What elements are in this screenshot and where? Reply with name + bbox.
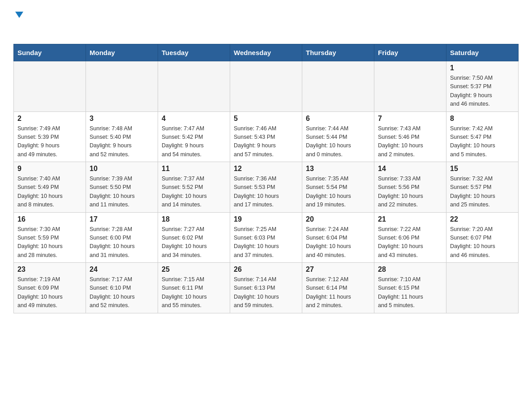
weekday-header-saturday: Saturday [446, 44, 519, 61]
day-info: Sunrise: 7:39 AMSunset: 5:50 PMDaylight:… [90, 175, 154, 210]
calendar-week-row: 2Sunrise: 7:49 AMSunset: 5:39 PMDaylight… [14, 111, 519, 162]
weekday-header-sunday: Sunday [14, 44, 86, 61]
day-number: 3 [90, 115, 154, 123]
day-info: Sunrise: 7:15 AMSunset: 6:11 PMDaylight:… [162, 275, 226, 310]
day-number: 5 [234, 115, 298, 123]
calendar-week-row: 1Sunrise: 7:50 AMSunset: 5:37 PMDaylight… [14, 61, 519, 112]
calendar-week-row: 23Sunrise: 7:19 AMSunset: 6:09 PMDayligh… [14, 263, 519, 313]
day-info: Sunrise: 7:42 AMSunset: 5:47 PMDaylight:… [450, 124, 515, 159]
calendar-cell: 24Sunrise: 7:17 AMSunset: 6:10 PMDayligh… [86, 263, 158, 313]
calendar-cell: 3Sunrise: 7:48 AMSunset: 5:40 PMDaylight… [86, 111, 158, 162]
day-info: Sunrise: 7:24 AMSunset: 6:04 PMDaylight:… [306, 225, 370, 260]
calendar-cell: 19Sunrise: 7:25 AMSunset: 6:03 PMDayligh… [230, 212, 302, 263]
day-number: 27 [306, 265, 370, 274]
calendar-cell: 17Sunrise: 7:28 AMSunset: 6:00 PMDayligh… [86, 212, 158, 263]
logo [13, 9, 24, 35]
page-header [13, 9, 519, 35]
calendar-cell: 6Sunrise: 7:44 AMSunset: 5:44 PMDaylight… [302, 111, 374, 162]
calendar-cell: 25Sunrise: 7:15 AMSunset: 6:11 PMDayligh… [158, 263, 230, 313]
day-number: 18 [162, 215, 226, 223]
day-info: Sunrise: 7:37 AMSunset: 5:52 PMDaylight:… [162, 175, 226, 210]
calendar-cell: 2Sunrise: 7:49 AMSunset: 5:39 PMDaylight… [14, 111, 86, 162]
day-number: 17 [90, 215, 154, 223]
calendar-cell: 18Sunrise: 7:27 AMSunset: 6:02 PMDayligh… [158, 212, 230, 263]
day-info: Sunrise: 7:47 AMSunset: 5:42 PMDaylight:… [162, 124, 226, 159]
day-number: 15 [450, 165, 515, 173]
weekday-header-wednesday: Wednesday [230, 44, 302, 61]
logo-arrow-icon [14, 10, 24, 20]
day-number: 24 [90, 265, 154, 274]
weekday-header-monday: Monday [86, 44, 158, 61]
day-number: 9 [17, 165, 82, 173]
calendar-cell: 7Sunrise: 7:43 AMSunset: 5:46 PMDaylight… [374, 111, 446, 162]
day-info: Sunrise: 7:28 AMSunset: 6:00 PMDaylight:… [90, 225, 154, 260]
day-info: Sunrise: 7:27 AMSunset: 6:02 PMDaylight:… [162, 225, 226, 260]
calendar-cell: 8Sunrise: 7:42 AMSunset: 5:47 PMDaylight… [446, 111, 519, 162]
calendar-cell: 28Sunrise: 7:10 AMSunset: 6:15 PMDayligh… [374, 263, 446, 313]
day-info: Sunrise: 7:46 AMSunset: 5:43 PMDaylight:… [234, 124, 298, 159]
day-number: 14 [378, 165, 442, 173]
day-number: 22 [450, 215, 515, 223]
calendar-cell: 16Sunrise: 7:30 AMSunset: 5:59 PMDayligh… [14, 212, 86, 263]
calendar-cell [230, 61, 302, 112]
calendar-cell [86, 61, 158, 112]
calendar-cell: 23Sunrise: 7:19 AMSunset: 6:09 PMDayligh… [14, 263, 86, 313]
calendar-table: SundayMondayTuesdayWednesdayThursdayFrid… [13, 44, 519, 313]
day-number: 26 [234, 265, 298, 274]
calendar-cell [446, 263, 519, 313]
calendar-cell: 14Sunrise: 7:33 AMSunset: 5:56 PMDayligh… [374, 162, 446, 213]
calendar-cell: 22Sunrise: 7:20 AMSunset: 6:07 PMDayligh… [446, 212, 519, 263]
calendar-cell: 21Sunrise: 7:22 AMSunset: 6:06 PMDayligh… [374, 212, 446, 263]
day-info: Sunrise: 7:12 AMSunset: 6:14 PMDaylight:… [306, 275, 370, 310]
calendar-cell: 11Sunrise: 7:37 AMSunset: 5:52 PMDayligh… [158, 162, 230, 213]
day-info: Sunrise: 7:48 AMSunset: 5:40 PMDaylight:… [90, 124, 154, 159]
calendar-cell: 12Sunrise: 7:36 AMSunset: 5:53 PMDayligh… [230, 162, 302, 213]
day-info: Sunrise: 7:25 AMSunset: 6:03 PMDaylight:… [234, 225, 298, 260]
day-number: 10 [90, 165, 154, 173]
day-number: 2 [17, 115, 82, 123]
calendar-cell: 9Sunrise: 7:40 AMSunset: 5:49 PMDaylight… [14, 162, 86, 213]
day-info: Sunrise: 7:36 AMSunset: 5:53 PMDaylight:… [234, 175, 298, 210]
day-info: Sunrise: 7:14 AMSunset: 6:13 PMDaylight:… [234, 275, 298, 310]
day-info: Sunrise: 7:10 AMSunset: 6:15 PMDaylight:… [378, 275, 442, 310]
day-info: Sunrise: 7:22 AMSunset: 6:06 PMDaylight:… [378, 225, 442, 260]
day-number: 23 [17, 265, 82, 274]
day-number: 28 [378, 265, 442, 274]
calendar-cell: 13Sunrise: 7:35 AMSunset: 5:54 PMDayligh… [302, 162, 374, 213]
day-info: Sunrise: 7:43 AMSunset: 5:46 PMDaylight:… [378, 124, 442, 159]
day-info: Sunrise: 7:40 AMSunset: 5:49 PMDaylight:… [17, 175, 82, 210]
calendar-cell [14, 61, 86, 112]
day-number: 8 [450, 115, 515, 123]
day-info: Sunrise: 7:30 AMSunset: 5:59 PMDaylight:… [17, 225, 82, 260]
day-number: 21 [378, 215, 442, 223]
calendar-cell [374, 61, 446, 112]
day-number: 12 [234, 165, 298, 173]
calendar-cell: 10Sunrise: 7:39 AMSunset: 5:50 PMDayligh… [86, 162, 158, 213]
calendar-week-row: 9Sunrise: 7:40 AMSunset: 5:49 PMDaylight… [14, 162, 519, 213]
day-info: Sunrise: 7:49 AMSunset: 5:39 PMDaylight:… [17, 124, 82, 159]
day-info: Sunrise: 7:35 AMSunset: 5:54 PMDaylight:… [306, 175, 370, 210]
day-number: 13 [306, 165, 370, 173]
calendar-week-row: 16Sunrise: 7:30 AMSunset: 5:59 PMDayligh… [14, 212, 519, 263]
day-info: Sunrise: 7:33 AMSunset: 5:56 PMDaylight:… [378, 175, 442, 210]
day-info: Sunrise: 7:17 AMSunset: 6:10 PMDaylight:… [90, 275, 154, 310]
day-info: Sunrise: 7:19 AMSunset: 6:09 PMDaylight:… [17, 275, 82, 310]
day-number: 19 [234, 215, 298, 223]
weekday-header-row: SundayMondayTuesdayWednesdayThursdayFrid… [14, 44, 519, 61]
day-info: Sunrise: 7:44 AMSunset: 5:44 PMDaylight:… [306, 124, 370, 159]
day-number: 11 [162, 165, 226, 173]
day-number: 1 [450, 64, 515, 72]
day-number: 6 [306, 115, 370, 123]
svg-marker-0 [15, 12, 23, 18]
weekday-header-tuesday: Tuesday [158, 44, 230, 61]
calendar-cell [158, 61, 230, 112]
day-number: 20 [306, 215, 370, 223]
calendar-cell: 20Sunrise: 7:24 AMSunset: 6:04 PMDayligh… [302, 212, 374, 263]
calendar-cell: 27Sunrise: 7:12 AMSunset: 6:14 PMDayligh… [302, 263, 374, 313]
weekday-header-friday: Friday [374, 44, 446, 61]
day-info: Sunrise: 7:32 AMSunset: 5:57 PMDaylight:… [450, 175, 515, 210]
calendar-cell: 4Sunrise: 7:47 AMSunset: 5:42 PMDaylight… [158, 111, 230, 162]
calendar-cell: 15Sunrise: 7:32 AMSunset: 5:57 PMDayligh… [446, 162, 519, 213]
day-number: 16 [17, 215, 82, 223]
day-number: 4 [162, 115, 226, 123]
